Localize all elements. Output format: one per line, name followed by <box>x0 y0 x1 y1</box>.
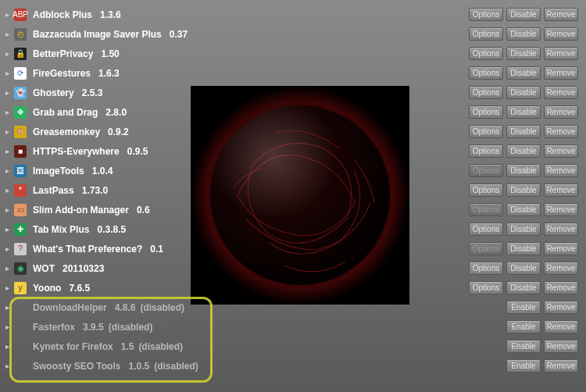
addon-row[interactable]: ▸yYoono7.6.5OptionsDisableRemove <box>3 278 578 298</box>
options-button[interactable]: Options <box>469 86 503 99</box>
remove-button[interactable]: Remove <box>544 359 578 372</box>
collapse-toggle[interactable]: ▸ <box>3 303 11 312</box>
options-button[interactable]: Options <box>469 47 503 60</box>
disable-button[interactable]: Disable <box>506 86 541 99</box>
addon-row[interactable]: ▸■HTTPS-Everywhere0.9.5OptionsDisableRem… <box>3 141 578 161</box>
addon-icon: ■ <box>14 145 27 158</box>
collapse-toggle[interactable]: ▸ <box>3 342 11 351</box>
addon-name: Fasterfox <box>33 322 75 333</box>
disabled-label: (disabled) <box>138 341 183 352</box>
addon-row[interactable]: ▸🔒BetterPrivacy1.50OptionsDisableRemove <box>3 44 578 63</box>
addon-row[interactable]: ▸◉WOT20110323OptionsDisableRemove <box>3 258 578 278</box>
options-button[interactable]: Options <box>469 184 503 197</box>
options-button[interactable]: Options <box>469 125 503 138</box>
addon-row[interactable]: ▸Kynetx for Firefox1.5(disabled)EnableRe… <box>3 337 578 356</box>
remove-button[interactable]: Remove <box>544 125 578 138</box>
collapse-toggle[interactable]: ▸ <box>3 69 11 77</box>
collapse-toggle[interactable]: ▸ <box>3 30 11 38</box>
disable-button[interactable]: Disable <box>506 105 541 119</box>
disable-button[interactable]: Disable <box>506 223 541 236</box>
options-button[interactable]: Options <box>469 27 503 41</box>
disable-button[interactable]: Disable <box>506 203 541 216</box>
remove-button[interactable]: Remove <box>544 86 578 99</box>
options-button[interactable]: Options <box>469 66 503 80</box>
remove-button[interactable]: Remove <box>544 66 578 80</box>
enable-button[interactable]: Enable <box>506 320 541 333</box>
remove-button[interactable]: Remove <box>544 340 578 353</box>
disable-button[interactable]: Disable <box>506 184 541 197</box>
disable-button[interactable]: Disable <box>506 47 541 60</box>
collapse-toggle[interactable]: ▸ <box>3 127 11 136</box>
remove-button[interactable]: Remove <box>544 203 578 216</box>
addon-name: ImageTools <box>33 166 84 176</box>
options-button[interactable]: Options <box>469 8 503 21</box>
addon-version: 1.0.4 <box>92 166 113 176</box>
collapse-toggle[interactable]: ▸ <box>3 186 11 194</box>
addon-icon: ABP <box>14 9 27 21</box>
collapse-toggle[interactable]: ▸ <box>3 205 11 214</box>
remove-button[interactable]: Remove <box>544 320 578 333</box>
options-button[interactable]: Options <box>469 281 503 294</box>
collapse-toggle[interactable]: ▸ <box>3 166 11 175</box>
disable-button[interactable]: Disable <box>506 125 541 138</box>
enable-button[interactable]: Enable <box>506 359 541 372</box>
addon-row[interactable]: ▸✚Tab Mix Plus0.3.8.5OptionsDisableRemov… <box>3 219 578 239</box>
remove-button[interactable]: Remove <box>544 262 578 275</box>
collapse-toggle[interactable]: ▸ <box>3 225 11 233</box>
addon-name: Greasemonkey <box>33 127 100 137</box>
options-button[interactable]: Options <box>469 105 503 119</box>
collapse-toggle[interactable]: ▸ <box>3 49 11 58</box>
addon-version: 0.37 <box>170 29 188 40</box>
disabled-label: (disabled) <box>154 361 198 372</box>
addon-row[interactable]: ▸✥Grab and Drag2.8.0OptionsDisableRemove <box>3 102 578 122</box>
addon-row[interactable]: ▸◴Bazzacuda Image Saver Plus0.37OptionsD… <box>3 24 578 44</box>
remove-button[interactable]: Remove <box>544 223 578 236</box>
collapse-toggle[interactable]: ▸ <box>3 323 11 331</box>
enable-button[interactable]: Enable <box>506 340 541 353</box>
remove-button[interactable]: Remove <box>544 47 578 60</box>
options-button[interactable]: Options <box>469 262 503 275</box>
collapse-toggle[interactable]: ▸ <box>3 10 11 19</box>
collapse-toggle[interactable]: ▸ <box>3 88 11 97</box>
collapse-toggle[interactable]: ▸ <box>3 283 11 292</box>
remove-button[interactable]: Remove <box>544 8 578 21</box>
addon-row[interactable]: ▸ABPAdblock Plus1.3.6OptionsDisableRemov… <box>3 5 578 24</box>
addon-row[interactable]: ▸Swoosty SEO Tools1.0.5(disabled)EnableR… <box>3 356 578 376</box>
options-button[interactable]: Options <box>469 223 503 236</box>
remove-button[interactable]: Remove <box>544 301 578 314</box>
addon-row[interactable]: ▸*LastPass1.73.0OptionsDisableRemove <box>3 180 578 200</box>
addon-row[interactable]: ▸?What's That Preference?0.1OptionsDisab… <box>3 239 578 258</box>
addon-version: 0.9.2 <box>108 127 129 137</box>
addon-row[interactable]: ▸Fasterfox3.9.5(disabled)EnableRemove <box>3 317 578 337</box>
disable-button[interactable]: Disable <box>506 281 541 294</box>
disable-button[interactable]: Disable <box>506 8 541 21</box>
remove-button[interactable]: Remove <box>544 105 578 119</box>
collapse-toggle[interactable]: ▸ <box>3 147 11 155</box>
collapse-toggle[interactable]: ▸ <box>3 264 11 273</box>
addon-name: Grab and Drag <box>33 107 98 118</box>
addon-row[interactable]: ▸🖼ImageTools1.0.4OptionsDisableRemove <box>3 161 578 180</box>
remove-button[interactable]: Remove <box>544 27 578 41</box>
disable-button[interactable]: Disable <box>506 66 541 80</box>
addon-version: 20110323 <box>63 263 104 274</box>
disable-button[interactable]: Disable <box>506 164 541 177</box>
options-button[interactable]: Options <box>469 144 503 158</box>
remove-button[interactable]: Remove <box>544 164 578 177</box>
remove-button[interactable]: Remove <box>544 184 578 197</box>
disable-button[interactable]: Disable <box>506 144 541 158</box>
enable-button[interactable]: Enable <box>506 301 541 314</box>
collapse-toggle[interactable]: ▸ <box>3 108 11 116</box>
addon-row[interactable]: ▸▭Slim Add-on Manager0.6OptionsDisableRe… <box>3 200 578 219</box>
remove-button[interactable]: Remove <box>544 281 578 294</box>
disable-button[interactable]: Disable <box>506 242 541 255</box>
addon-row[interactable]: ▸DownloadHelper4.8.6(disabled)EnableRemo… <box>3 298 578 317</box>
disable-button[interactable]: Disable <box>506 27 541 41</box>
remove-button[interactable]: Remove <box>544 242 578 255</box>
collapse-toggle[interactable]: ▸ <box>3 362 11 370</box>
addon-row[interactable]: ▸👻Ghostery2.5.3OptionsDisableRemove <box>3 83 578 102</box>
collapse-toggle[interactable]: ▸ <box>3 244 11 253</box>
remove-button[interactable]: Remove <box>544 144 578 158</box>
addon-row[interactable]: ▸🐵Greasemonkey0.9.2OptionsDisableRemove <box>3 122 578 141</box>
disable-button[interactable]: Disable <box>506 262 541 275</box>
addon-row[interactable]: ▸⟳FireGestures1.6.3OptionsDisableRemove <box>3 63 578 83</box>
